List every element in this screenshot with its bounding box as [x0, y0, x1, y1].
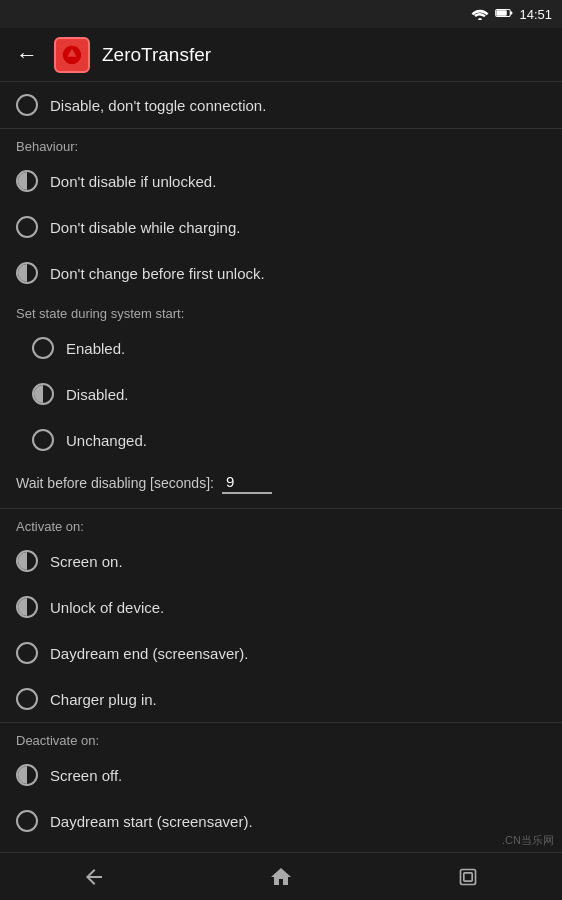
- nav-recent-button[interactable]: [375, 853, 562, 900]
- disable-toggle-radio[interactable]: [16, 94, 38, 116]
- status-time: 14:51: [519, 7, 552, 22]
- back-button[interactable]: ←: [12, 38, 42, 72]
- system-start-item-2[interactable]: Unchanged.: [16, 417, 562, 463]
- nav-back-button[interactable]: [0, 853, 187, 900]
- svg-rect-3: [497, 10, 507, 16]
- activate-label-3: Charger plug in.: [50, 691, 546, 708]
- activate-radio-1[interactable]: [16, 596, 38, 618]
- app-bar: ← ZeroTransfer: [0, 28, 562, 82]
- app-icon: [54, 37, 90, 73]
- deactivate-item-0[interactable]: Screen off.: [0, 752, 562, 798]
- activate-label-1: Unlock of device.: [50, 599, 546, 616]
- battery-icon: [495, 7, 513, 22]
- system-start-item-1[interactable]: Disabled.: [16, 371, 562, 417]
- activate-label-0: Screen on.: [50, 553, 546, 570]
- behaviour-label-2: Don't change before first unlock.: [50, 265, 546, 282]
- content-area: Disable, don't toggle connection. Behavi…: [0, 82, 562, 852]
- activate-radio-2[interactable]: [16, 642, 38, 664]
- status-bar: 14:51: [0, 0, 562, 28]
- bottom-nav: [0, 852, 562, 900]
- behaviour-item-0[interactable]: Don't disable if unlocked.: [0, 158, 562, 204]
- system-start-label-2: Unchanged.: [66, 432, 546, 449]
- activate-on-header: Activate on:: [0, 509, 562, 538]
- deactivate-radio-1[interactable]: [16, 810, 38, 832]
- wait-input[interactable]: [222, 471, 272, 494]
- deactivate-item-1[interactable]: Daydream start (screensaver).: [0, 798, 562, 844]
- behaviour-item-1[interactable]: Don't disable while charging.: [0, 204, 562, 250]
- behaviour-header: Behaviour:: [0, 129, 562, 158]
- system-start-radio-1[interactable]: [32, 383, 54, 405]
- activate-item-1[interactable]: Unlock of device.: [0, 584, 562, 630]
- behaviour-radio-0[interactable]: [16, 170, 38, 192]
- behaviour-label-0: Don't disable if unlocked.: [50, 173, 546, 190]
- behaviour-label-1: Don't disable while charging.: [50, 219, 546, 236]
- nav-home-button[interactable]: [187, 853, 374, 900]
- disable-toggle-label: Disable, don't toggle connection.: [50, 97, 546, 114]
- system-start-label-1: Disabled.: [66, 386, 546, 403]
- activate-label-2: Daydream end (screensaver).: [50, 645, 546, 662]
- system-start-header: Set state during system start:: [0, 296, 562, 325]
- deactivate-radio-0[interactable]: [16, 764, 38, 786]
- activate-radio-3[interactable]: [16, 688, 38, 710]
- activate-item-2[interactable]: Daydream end (screensaver).: [0, 630, 562, 676]
- deactivate-label-0: Screen off.: [50, 767, 546, 784]
- app-title: ZeroTransfer: [102, 44, 211, 66]
- svg-rect-5: [464, 872, 472, 880]
- wifi-icon: [471, 6, 489, 23]
- system-start-label-0: Enabled.: [66, 340, 546, 357]
- behaviour-item-2[interactable]: Don't change before first unlock.: [0, 250, 562, 296]
- svg-rect-2: [511, 11, 513, 14]
- wait-row: Wait before disabling [seconds]:: [0, 463, 562, 508]
- behaviour-radio-2[interactable]: [16, 262, 38, 284]
- behaviour-radio-1[interactable]: [16, 216, 38, 238]
- activate-item-0[interactable]: Screen on.: [0, 538, 562, 584]
- svg-rect-4: [461, 869, 476, 884]
- system-start-radio-0[interactable]: [32, 337, 54, 359]
- activate-radio-0[interactable]: [16, 550, 38, 572]
- system-start-radio-2[interactable]: [32, 429, 54, 451]
- deactivate-label-1: Daydream start (screensaver).: [50, 813, 546, 830]
- deactivate-on-header: Deactivate on:: [0, 723, 562, 752]
- svg-point-0: [479, 17, 483, 19]
- activate-item-3[interactable]: Charger plug in.: [0, 676, 562, 722]
- system-start-item-0[interactable]: Enabled.: [16, 325, 562, 371]
- disable-toggle-item[interactable]: Disable, don't toggle connection.: [0, 82, 562, 128]
- deactivate-item-2[interactable]: Charger unplug.: [0, 844, 562, 852]
- wait-label: Wait before disabling [seconds]:: [16, 475, 214, 491]
